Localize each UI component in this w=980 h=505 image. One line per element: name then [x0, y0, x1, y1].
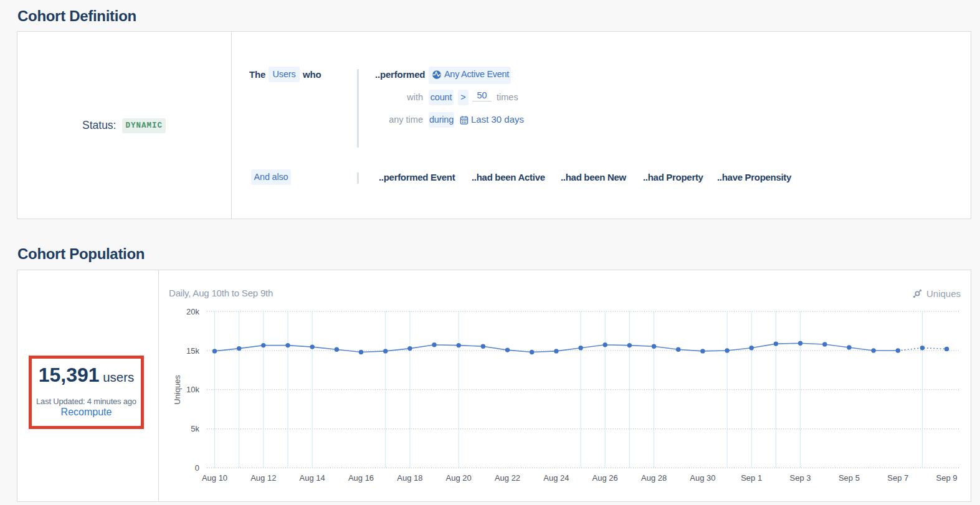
svg-text:Aug 30: Aug 30: [690, 473, 715, 483]
svg-text:Aug 20: Aug 20: [446, 473, 472, 483]
svg-text:Aug 16: Aug 16: [348, 473, 374, 483]
svg-text:5k: 5k: [191, 424, 199, 433]
svg-text:Aug 22: Aug 22: [495, 473, 520, 483]
svg-text:0: 0: [195, 463, 199, 473]
svg-text:Aug 18: Aug 18: [397, 473, 422, 483]
svg-text:15k: 15k: [186, 346, 199, 356]
svg-text:10k: 10k: [186, 385, 199, 394]
svg-text:Sep 5: Sep 5: [839, 473, 860, 483]
svg-text:20k: 20k: [186, 307, 199, 316]
svg-text:Uniques: Uniques: [173, 375, 182, 405]
svg-text:Sep 1: Sep 1: [741, 473, 762, 483]
svg-text:Aug 28: Aug 28: [641, 473, 667, 483]
svg-text:Aug 10: Aug 10: [202, 473, 227, 483]
svg-text:Sep 9: Sep 9: [936, 473, 958, 483]
svg-text:Sep 3: Sep 3: [790, 473, 811, 483]
svg-text:Sep 7: Sep 7: [887, 473, 908, 483]
svg-text:Aug 12: Aug 12: [250, 473, 276, 483]
svg-text:Aug 26: Aug 26: [592, 473, 618, 483]
svg-text:Aug 24: Aug 24: [543, 473, 569, 483]
svg-text:Aug 14: Aug 14: [300, 473, 325, 483]
